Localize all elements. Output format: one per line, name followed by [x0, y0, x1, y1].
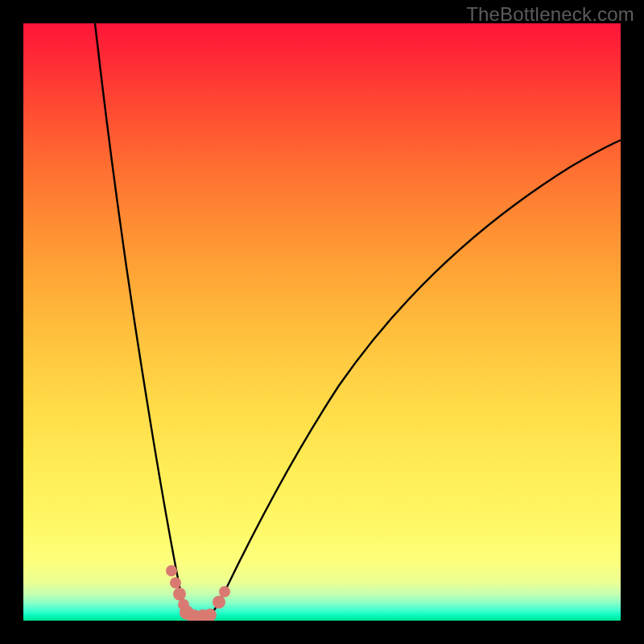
bottleneck-curve-left: [95, 23, 196, 619]
marker-dot: [170, 577, 181, 588]
marker-dot: [213, 596, 225, 609]
bottleneck-curve-right: [204, 140, 621, 619]
marker-dot: [219, 586, 230, 597]
marker-dot: [166, 565, 177, 576]
watermark-text: TheBottleneck.com: [466, 3, 634, 26]
curve-layer: [23, 23, 621, 621]
plot-area: [23, 23, 621, 621]
valley-marker-group: [166, 565, 230, 621]
chart-frame: TheBottleneck.com: [0, 0, 644, 644]
marker-dot: [173, 588, 186, 601]
